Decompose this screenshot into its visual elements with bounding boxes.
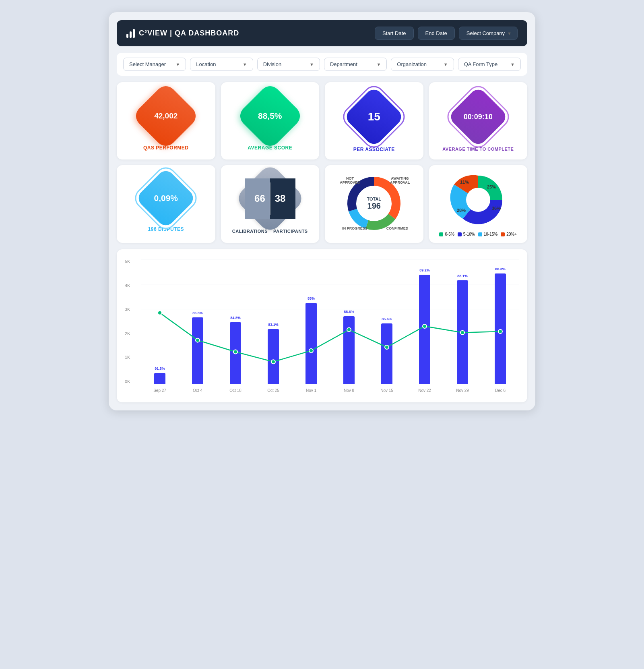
bar: 88.6%: [343, 316, 355, 384]
kpi-pie: 25% 36% 28% 11% 0-5% 5-10% 10-15%: [429, 165, 528, 243]
dashboard-container: C²VIEW | QA DASHBOARD Start Date End Dat…: [109, 12, 535, 410]
legend-dot-red: [501, 232, 505, 236]
chevron-down-icon: ▼: [243, 62, 247, 67]
chevron-down-icon: ▼: [510, 62, 515, 67]
filter-organization[interactable]: Organization ▼: [391, 58, 454, 71]
filter-division[interactable]: Division ▼: [257, 58, 320, 71]
ann-in-progress: IN PROGRESS: [342, 226, 367, 230]
legend-20plus: 20%+: [501, 232, 517, 236]
filter-department[interactable]: Department ▼: [324, 58, 387, 71]
end-date-button[interactable]: End Date: [418, 27, 455, 40]
kpi-qas-performed: 42,002 QAS PERFORMED: [117, 82, 215, 159]
bar: 88.1%: [457, 280, 468, 384]
legend-label-green: 0-5%: [445, 232, 454, 236]
bar-score-label: 91.5%: [155, 367, 165, 371]
bar-score-label: 85.6%: [382, 317, 392, 321]
chart-y-axis: 5K 4K 3K 2K 1K 0K: [125, 259, 138, 384]
bar-x-label: Nov 22: [418, 388, 431, 393]
legend-dot-lightblue: [478, 232, 482, 236]
donut-center: TOTAL 196: [367, 197, 381, 211]
bar-score-label: 88.3%: [495, 267, 506, 271]
bar-score-label: 85%: [308, 296, 315, 300]
bar-x-label: Oct 25: [267, 388, 279, 393]
chevron-down-icon: ▼: [444, 62, 448, 67]
kpi-donut: TOTAL 196 NOTAPPROVED AWAITINGAPPROVAL C…: [325, 165, 423, 243]
legend-0-5: 0-5%: [439, 232, 454, 236]
bar-group: 88.3%Dec 6: [481, 259, 519, 384]
svg-text:25%: 25%: [487, 184, 496, 189]
chart-plot-area: 91.5%Sep 2786.8%Oct 484.8%Oct 1883.1%Oct…: [141, 259, 519, 384]
kpi-calibrations: 66 38 CALIBRATIONS PARTICIPANTS: [221, 165, 320, 243]
bar: 84.8%: [230, 322, 241, 384]
header-controls: Start Date End Date Select Company ▼: [375, 27, 518, 40]
bar: 83.1%: [268, 329, 279, 384]
y-label-5k: 5K: [125, 259, 138, 264]
chevron-down-icon: ▼: [175, 62, 180, 67]
bar-score-label: 89.2%: [419, 268, 430, 272]
chevron-down-icon: ▼: [376, 62, 381, 67]
start-date-button[interactable]: Start Date: [375, 27, 414, 40]
bar-group: 89.2%Nov 22: [406, 259, 444, 384]
chevron-down-icon: ▼: [507, 31, 512, 36]
kpi-per-associate: 15 PER ASSOCIATE: [325, 82, 423, 159]
y-label-4k: 4K: [125, 283, 138, 288]
filter-manager[interactable]: Select Manager ▼: [123, 58, 186, 71]
legend-dot-blue: [458, 232, 462, 236]
logo: C²VIEW | QA DASHBOARD: [126, 29, 239, 38]
filter-qaformtype[interactable]: QA Form Type ▼: [458, 58, 521, 71]
ann-not-approved: NOTAPPROVED: [340, 176, 360, 184]
app-title: C²VIEW | QA DASHBOARD: [139, 29, 239, 37]
bar-score-label: 88.6%: [344, 310, 354, 314]
svg-text:28%: 28%: [457, 208, 466, 213]
bar-x-label: Nov 29: [456, 388, 469, 393]
calib-left-label: CALIBRATIONS: [232, 229, 268, 234]
legend-10-15: 10-15%: [478, 232, 497, 236]
chevron-down-icon: ▼: [310, 62, 314, 67]
pie-legend: 0-5% 5-10% 10-15% 20%+: [439, 232, 517, 236]
pie-chart: 25% 36% 28% 11%: [446, 172, 510, 228]
y-label-0k: 0K: [125, 379, 138, 384]
bar: 85%: [305, 303, 317, 384]
bar-x-label: Oct 4: [193, 388, 202, 393]
kpi-score-value: 88,5%: [258, 111, 282, 121]
kpi-disputes: 0,09% 196 DISPUTES: [117, 165, 215, 243]
bar-group: 84.8%Oct 18: [217, 259, 254, 384]
bar-group: 85.6%Nov 15: [368, 259, 406, 384]
legend-5-10: 5-10%: [458, 232, 475, 236]
kpi-bottom-grid: 0,09% 196 DISPUTES 66 38: [117, 165, 527, 243]
filters-row: Select Manager ▼ Location ▼ Division ▼ D…: [117, 53, 527, 76]
bar: 89.2%: [419, 275, 430, 384]
bar-score-label: 84.8%: [230, 316, 241, 320]
bar: 88.3%: [495, 273, 506, 384]
calib-left-value: 66: [254, 193, 265, 204]
svg-point-5: [466, 188, 490, 212]
y-label-1k: 1K: [125, 355, 138, 360]
filter-location[interactable]: Location ▼: [190, 58, 253, 71]
bar-group: 88.1%Nov 29: [444, 259, 481, 384]
donut-total-value: 196: [367, 201, 381, 211]
bar-group: 83.1%Oct 25: [254, 259, 292, 384]
bar-score-label: 86.8%: [192, 311, 203, 315]
bar-group: 86.8%Oct 4: [179, 259, 217, 384]
bar-score-label: 88.1%: [457, 274, 468, 278]
kpi-top-grid: 42,002 QAS PERFORMED 88,5% AVERAGE SCORE…: [117, 82, 527, 159]
kpi-avg-time: 00:09:10 AVERAGE TIME TO COMPLETE: [429, 82, 528, 159]
bar-score-label: 83.1%: [268, 323, 279, 327]
kpi-qas-value: 42,002: [154, 112, 178, 120]
gridline-0k: [141, 384, 519, 384]
y-label-2k: 2K: [125, 331, 138, 336]
chart-card: 5K 4K 3K 2K 1K 0K 91.5%Sep 2786.8%Oct 48…: [117, 249, 527, 402]
ann-confirmed: CONFIRMED: [386, 226, 409, 230]
calib-right-label: PARTICIPANTS: [273, 229, 308, 234]
legend-dot-green: [439, 232, 443, 236]
bar-x-label: Sep 27: [153, 388, 166, 393]
bar-group: 88.6%Nov 8: [330, 259, 368, 384]
select-company-button[interactable]: Select Company ▼: [459, 27, 518, 40]
bar-x-label: Dec 6: [495, 388, 506, 393]
kpi-disputes-value: 0,09%: [154, 193, 178, 203]
legend-label-blue: 5-10%: [463, 232, 475, 236]
chart-wrapper: 5K 4K 3K 2K 1K 0K 91.5%Sep 2786.8%Oct 48…: [125, 259, 519, 396]
bar-x-label: Oct 18: [229, 388, 241, 393]
svg-text:36%: 36%: [492, 206, 501, 211]
bar-x-label: Nov 15: [380, 388, 393, 393]
